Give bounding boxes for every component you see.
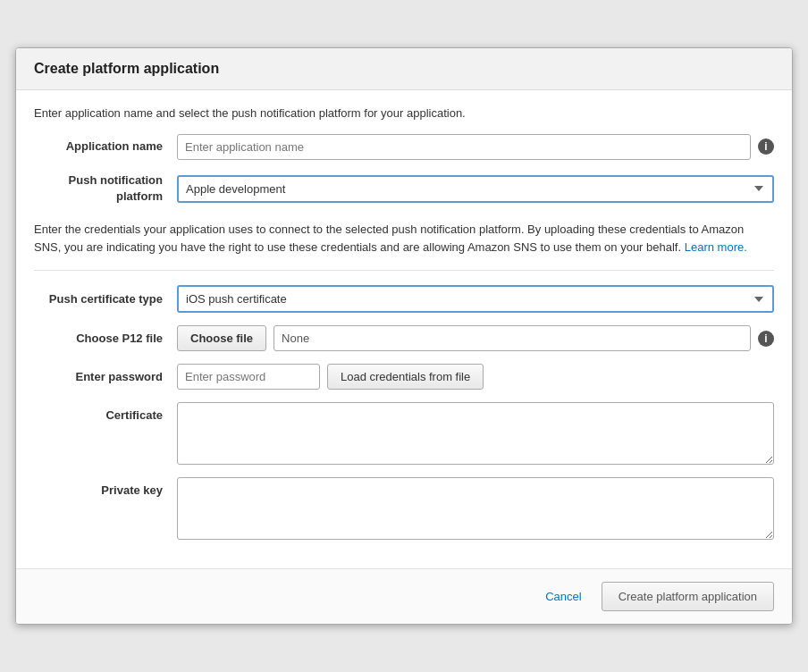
create-platform-application-dialog: Create platform application Enter applic… bbox=[15, 47, 793, 625]
cert-type-label: Push certificate type bbox=[34, 291, 177, 307]
application-name-row: Application name i bbox=[34, 134, 774, 160]
certificate-textarea[interactable] bbox=[177, 402, 774, 465]
private-key-row: Private key bbox=[34, 477, 774, 540]
dialog-body: Enter application name and select the pu… bbox=[16, 90, 792, 568]
push-platform-label: Push notification platform bbox=[34, 172, 177, 205]
intro-text: Enter application name and select the pu… bbox=[34, 106, 774, 120]
cert-type-control-wrap: iOS push certificate Safari website push… bbox=[177, 285, 774, 313]
private-key-label: Private key bbox=[34, 483, 177, 499]
certificate-row: Certificate bbox=[34, 402, 774, 465]
push-platform-control-wrap: Apple development Apple production Googl… bbox=[177, 175, 774, 203]
credentials-info-text: Enter the credentials your application u… bbox=[34, 217, 774, 256]
certificate-label: Certificate bbox=[34, 407, 177, 424]
learn-more-link[interactable]: Learn more. bbox=[685, 240, 747, 254]
create-button[interactable]: Create platform application bbox=[602, 582, 774, 611]
dialog-title: Create platform application bbox=[34, 61, 774, 77]
p12-file-label: Choose P12 file bbox=[34, 331, 177, 347]
p12-file-info-icon[interactable]: i bbox=[758, 331, 774, 347]
private-key-textarea[interactable] bbox=[177, 477, 774, 540]
section-divider bbox=[34, 270, 774, 271]
push-platform-select[interactable]: Apple development Apple production Googl… bbox=[177, 175, 774, 203]
password-input[interactable] bbox=[177, 364, 320, 390]
dialog-header: Create platform application bbox=[16, 48, 792, 90]
cert-type-select[interactable]: iOS push certificate Safari website push… bbox=[177, 285, 774, 313]
app-name-control-wrap: i bbox=[177, 134, 774, 160]
app-name-info-icon[interactable]: i bbox=[758, 139, 774, 155]
app-name-input[interactable] bbox=[177, 134, 751, 160]
password-control-wrap: Load credentials from file bbox=[177, 364, 774, 390]
file-name-display: None bbox=[274, 325, 751, 351]
p12-file-control-wrap: Choose file None i bbox=[177, 325, 774, 351]
dialog-footer: Cancel Create platform application bbox=[16, 568, 792, 624]
cancel-button[interactable]: Cancel bbox=[536, 584, 590, 609]
cert-type-row: Push certificate type iOS push certifica… bbox=[34, 285, 774, 313]
password-label: Enter password bbox=[34, 369, 177, 385]
password-row: Enter password Load credentials from fil… bbox=[34, 364, 774, 390]
app-name-label: Application name bbox=[34, 139, 177, 155]
p12-file-row: Choose P12 file Choose file None i bbox=[34, 325, 774, 351]
choose-file-button[interactable]: Choose file bbox=[177, 325, 266, 351]
private-key-control-wrap bbox=[177, 477, 774, 540]
certificate-control-wrap bbox=[177, 402, 774, 465]
load-credentials-button[interactable]: Load credentials from file bbox=[327, 364, 484, 390]
push-platform-row: Push notification platform Apple develop… bbox=[34, 172, 774, 205]
